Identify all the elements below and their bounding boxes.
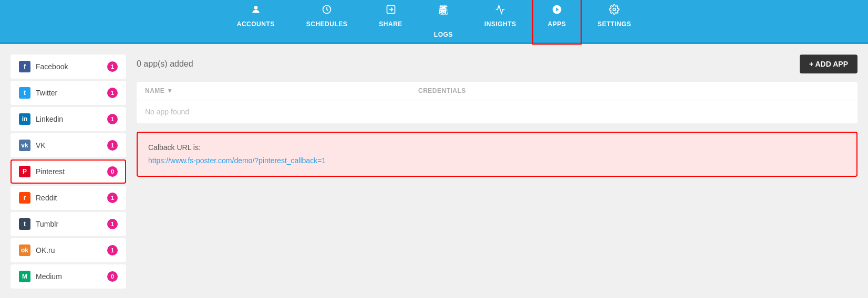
nav-item-accounts[interactable]: ACCOUNTS	[221, 0, 291, 45]
sidebar-item-twitter[interactable]: t Twitter 1	[11, 81, 126, 105]
twitter-badge: 1	[107, 88, 118, 98]
nav-item-insights[interactable]: INSIGHTS	[469, 0, 532, 45]
table-header: NAME ▼ CREDENTIALS	[137, 82, 857, 100]
medium-label: Medium	[36, 272, 62, 281]
svg-point-0	[254, 6, 257, 9]
sidebar-item-medium-left: M Medium	[19, 271, 62, 282]
medium-badge: 0	[107, 271, 118, 282]
medium-icon: M	[19, 271, 30, 282]
twitter-icon: t	[19, 87, 30, 99]
sidebar-item-tumblr[interactable]: t Tumblr 1	[11, 212, 126, 236]
nav-item-share[interactable]: SHARE	[363, 0, 418, 45]
content-area: 0 app(s) added + ADD APP NAME ▼ CREDENTI…	[137, 55, 857, 290]
tumblr-badge: 1	[107, 219, 118, 229]
sidebar-item-tumblr-left: t Tumblr	[19, 218, 58, 230]
nav-logs-label: LOGS	[434, 31, 453, 38]
sidebar: f Facebook 1 t Twitter 1 in Linkedin 1 v…	[11, 55, 126, 290]
facebook-badge: 1	[107, 61, 118, 72]
okru-label: OK.ru	[36, 246, 55, 254]
add-app-button[interactable]: + ADD APP	[800, 55, 857, 73]
nav-share-label: SHARE	[379, 20, 402, 28]
pinterest-icon: P	[19, 166, 30, 177]
vk-label: VK	[36, 141, 46, 150]
okru-badge: 1	[107, 245, 118, 256]
nav-item-schedules[interactable]: SCHEDULES	[291, 0, 364, 45]
sidebar-item-reddit-left: r Reddit	[19, 192, 57, 204]
callback-url: https://www.fs-poster.com/demo/?pinteres…	[148, 154, 846, 167]
reddit-icon: r	[19, 192, 30, 204]
okru-icon: ok	[19, 244, 30, 256]
nav-accounts-label: ACCOUNTS	[237, 20, 275, 28]
linkedin-badge: 1	[107, 114, 118, 124]
linkedin-label: Linkedin	[36, 115, 63, 123]
settings-icon	[609, 4, 619, 17]
logs-icon	[438, 4, 449, 28]
nav-settings-label: SETTINGS	[597, 20, 631, 28]
nav-items-container: ACCOUNTS SCHEDULES SHARE LOGS	[221, 0, 647, 45]
sidebar-item-okru-left: ok OK.ru	[19, 244, 55, 256]
sidebar-item-twitter-left: t Twitter	[19, 87, 57, 99]
tumblr-icon: t	[19, 218, 30, 230]
linkedin-icon: in	[19, 113, 30, 125]
schedules-icon	[322, 4, 332, 17]
sidebar-item-reddit[interactable]: r Reddit 1	[11, 186, 126, 210]
reddit-label: Reddit	[36, 194, 57, 202]
sidebar-item-pinterest[interactable]: P Pinterest 0	[11, 159, 126, 184]
sidebar-item-okru[interactable]: ok OK.ru 1	[11, 238, 126, 262]
sidebar-item-linkedin-left: in Linkedin	[19, 113, 63, 125]
content-header: 0 app(s) added + ADD APP	[137, 55, 857, 73]
vk-badge: 1	[107, 140, 118, 151]
sidebar-item-pinterest-left: P Pinterest	[19, 166, 65, 177]
nav-item-settings[interactable]: SETTINGS	[582, 0, 647, 45]
pinterest-label: Pinterest	[36, 167, 65, 176]
apps-table: NAME ▼ CREDENTIALS No app found	[137, 82, 857, 123]
table-col-name: NAME ▼	[145, 87, 397, 94]
sidebar-item-vk-left: vk VK	[19, 140, 46, 151]
nav-item-logs[interactable]: LOGS	[418, 0, 469, 45]
share-icon	[386, 4, 396, 17]
tumblr-label: Tumblr	[36, 220, 58, 228]
sidebar-item-vk[interactable]: vk VK 1	[11, 133, 126, 157]
sidebar-item-linkedin[interactable]: in Linkedin 1	[11, 107, 126, 131]
nav-apps-label: APPS	[548, 20, 566, 28]
callback-label: Calback URL is:	[148, 141, 846, 154]
nav-item-apps[interactable]: APPS	[532, 0, 582, 45]
apps-icon	[552, 4, 562, 17]
callback-box: Calback URL is: https://www.fs-poster.co…	[137, 132, 857, 177]
apps-count-label: 0 app(s) added	[137, 59, 193, 69]
sidebar-item-facebook-left: f Facebook	[19, 61, 68, 72]
table-body: No app found	[137, 100, 857, 123]
top-navigation: ACCOUNTS SCHEDULES SHARE LOGS	[0, 0, 868, 42]
facebook-icon: f	[19, 61, 30, 72]
sidebar-item-medium[interactable]: M Medium 0	[11, 264, 126, 289]
no-app-message: No app found	[145, 108, 189, 116]
svg-point-3	[613, 8, 616, 10]
nav-schedules-label: SCHEDULES	[306, 20, 348, 28]
insights-icon	[495, 4, 505, 17]
vk-icon: vk	[19, 140, 30, 151]
pinterest-badge: 0	[107, 166, 118, 177]
main-layout: f Facebook 1 t Twitter 1 in Linkedin 1 v…	[0, 44, 868, 298]
facebook-label: Facebook	[36, 62, 68, 71]
reddit-badge: 1	[107, 193, 118, 203]
table-col-credentials: CREDENTIALS	[418, 87, 849, 94]
nav-insights-label: INSIGHTS	[484, 20, 516, 28]
sidebar-item-facebook[interactable]: f Facebook 1	[11, 55, 126, 79]
accounts-icon	[251, 4, 261, 17]
twitter-label: Twitter	[36, 89, 57, 97]
